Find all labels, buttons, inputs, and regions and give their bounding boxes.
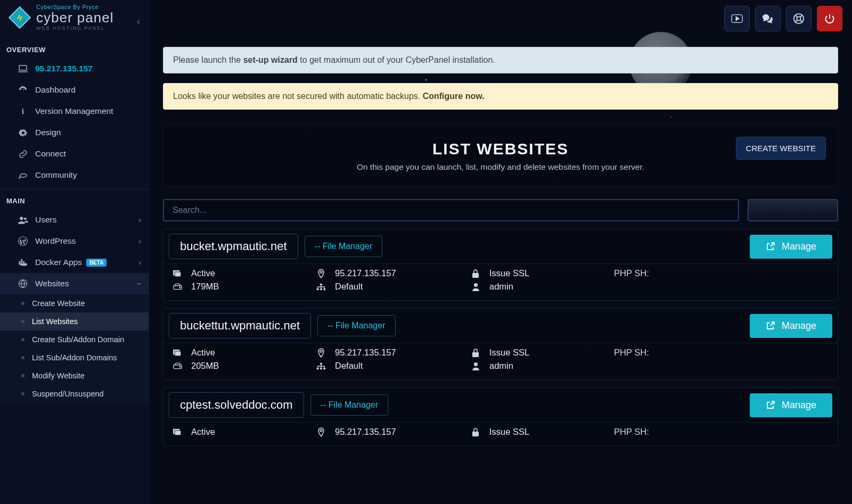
sidebar-item-websites[interactable]: Websites › xyxy=(0,273,149,294)
main-area: Please launch the set-up wizard to get m… xyxy=(149,0,852,504)
chevron-right-icon: › xyxy=(138,216,141,224)
svg-rect-7 xyxy=(23,261,24,263)
youtube-button[interactable] xyxy=(724,6,750,31)
sidebar-item-users[interactable]: Users › xyxy=(0,209,149,230)
sitemap-icon xyxy=(316,362,326,370)
issue-ssl-link[interactable]: Issue SSL xyxy=(470,348,603,358)
subnav-label: Create Website xyxy=(32,299,85,308)
svg-point-2 xyxy=(20,217,23,220)
website-domain[interactable]: bucket.wpmautic.net xyxy=(169,234,298,259)
sidebar-item-wordpress[interactable]: WordPress › xyxy=(0,230,149,252)
link-icon xyxy=(17,150,29,159)
svg-rect-5 xyxy=(19,261,21,263)
manage-button[interactable]: Manage xyxy=(750,314,832,338)
sidebar-item-dashboard[interactable]: Dashboard xyxy=(0,79,149,101)
subnav-modify-website[interactable]: Modify Website xyxy=(0,367,149,385)
svg-point-28 xyxy=(320,350,322,352)
website-status: Active xyxy=(191,348,215,358)
subnav-label: List Websites xyxy=(32,317,78,326)
manage-button[interactable]: Manage xyxy=(750,235,832,259)
svg-point-36 xyxy=(473,362,477,366)
subnav-suspend-unsuspend[interactable]: Suspend/Unsuspend xyxy=(0,385,149,403)
website-owner: admin xyxy=(489,361,513,371)
sidebar-item-label: Users xyxy=(35,215,56,225)
status-icon xyxy=(172,428,183,436)
beta-badge: BETA xyxy=(86,259,106,267)
sidebar-collapse-icon[interactable]: ‹ xyxy=(137,16,140,27)
sidebar-item-server-ip[interactable]: 95.217.135.157 xyxy=(0,58,149,79)
website-domain[interactable]: buckettut.wpmautic.net xyxy=(169,313,311,338)
websites-submenu: Create Website List Websites Create Sub/… xyxy=(0,294,149,403)
svg-point-32 xyxy=(320,362,322,365)
svg-point-23 xyxy=(323,288,325,290)
alert-text-post: to get maximum out of your CyberPanel in… xyxy=(298,55,495,64)
website-card: cptest.solveddoc.com -- File Manager Man… xyxy=(163,387,838,446)
file-manager-link[interactable]: -- File Manager xyxy=(310,394,388,416)
website-size: 179MB xyxy=(191,282,219,292)
docker-icon xyxy=(17,259,29,266)
marker-icon xyxy=(316,269,326,278)
gauge-icon xyxy=(17,85,29,95)
logo-icon xyxy=(7,5,32,30)
logout-button[interactable] xyxy=(817,6,842,31)
svg-point-22 xyxy=(320,288,322,290)
status-icon xyxy=(172,270,183,277)
subnav-create-website[interactable]: Create Website xyxy=(0,294,149,312)
section-overview-label: OVERVIEW xyxy=(0,38,149,58)
chat-button[interactable] xyxy=(755,6,781,31)
gear-icon xyxy=(17,128,29,137)
sidebar-item-community[interactable]: Community xyxy=(0,164,149,186)
issue-ssl-link[interactable]: Issue SSL xyxy=(470,427,603,437)
website-ip: 95.217.135.157 xyxy=(335,268,396,278)
chevron-right-icon: › xyxy=(138,237,141,245)
logo-title: cyber panel xyxy=(36,11,113,25)
file-manager-link[interactable]: -- File Manager xyxy=(317,315,395,336)
section-main-label: MAIN xyxy=(0,189,149,209)
subnav-list-websites[interactable]: List Websites xyxy=(0,312,149,331)
alert-text-bold: set-up wizard xyxy=(243,55,298,64)
manage-label: Manage xyxy=(782,400,816,411)
sidebar-item-label: Dashboard xyxy=(35,85,76,95)
lock-icon xyxy=(470,428,481,436)
alert-text-pre: Please launch the xyxy=(173,55,243,64)
external-link-icon xyxy=(766,242,775,251)
backup-alert[interactable]: Looks like your websites are not secured… xyxy=(163,83,838,110)
support-button[interactable] xyxy=(786,6,812,31)
external-link-icon xyxy=(766,400,775,410)
subnav-label: Modify Website xyxy=(32,371,85,380)
subnav-label: Suspend/Unsuspend xyxy=(32,390,104,398)
svg-rect-1 xyxy=(19,65,27,70)
logo-subtitle: WEB HOSTING PANEL xyxy=(36,26,113,31)
alert-text-pre: Looks like your websites are not secured… xyxy=(173,92,423,101)
sidebar-item-docker[interactable]: Docker Apps BETA › xyxy=(0,252,149,273)
svg-point-35 xyxy=(323,367,325,369)
issue-ssl-label: Issue SSL xyxy=(489,268,529,278)
svg-rect-17 xyxy=(472,273,479,278)
sidebar-item-version[interactable]: i Version Management xyxy=(0,101,149,122)
sidebar-item-label: Websites xyxy=(35,279,69,288)
website-domain[interactable]: cptest.solveddoc.com xyxy=(169,392,304,418)
setup-wizard-alert[interactable]: Please launch the set-up wizard to get m… xyxy=(163,47,838,73)
svg-point-19 xyxy=(179,287,180,288)
website-plan: Default xyxy=(335,282,363,292)
sidebar-item-label: Version Management xyxy=(35,106,113,116)
subnav-list-subdomains[interactable]: List Sub/Addon Domains xyxy=(0,349,149,367)
search-input[interactable] xyxy=(163,199,739,221)
sitemap-icon xyxy=(316,283,326,291)
status-icon xyxy=(172,349,183,357)
create-website-button[interactable]: CREATE WEBSITE xyxy=(736,137,826,160)
file-manager-link[interactable]: -- File Manager xyxy=(305,236,382,257)
sidebar-item-design[interactable]: Design xyxy=(0,122,149,143)
lock-icon xyxy=(470,349,481,357)
issue-ssl-label: Issue SSL xyxy=(489,427,529,437)
subnav-create-subdomain[interactable]: Create Sub/Addon Domain xyxy=(0,331,149,349)
sidebar-item-label: 95.217.135.157 xyxy=(35,64,93,73)
logo[interactable]: CyberSpace By Pryce cyber panel WEB HOST… xyxy=(0,0,149,38)
svg-rect-27 xyxy=(175,351,181,356)
page-selector[interactable] xyxy=(748,199,838,221)
marker-icon xyxy=(316,427,326,437)
website-plan: Default xyxy=(335,361,363,371)
sidebar-item-connect[interactable]: Connect xyxy=(0,143,149,164)
issue-ssl-link[interactable]: Issue SSL xyxy=(470,268,603,278)
manage-button[interactable]: Manage xyxy=(750,393,832,417)
